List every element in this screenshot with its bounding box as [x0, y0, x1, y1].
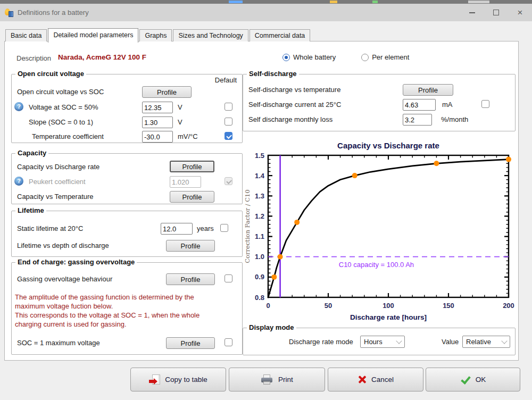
static-lifetime-label: Static lifetime at 20°C [17, 224, 83, 232]
gassing-behaviour-profile-button[interactable]: Profile [166, 273, 215, 285]
chevron-down-icon [396, 338, 402, 344]
close-icon: × [518, 8, 523, 17]
self-discharge-monthly-label: Self discharge monthly loss [248, 115, 332, 123]
window-title: Definitions for a battery [18, 9, 89, 16]
value-mode-label: Value [442, 338, 459, 346]
voltage-at-soc-label: Voltage at SOC = 50% [29, 103, 98, 111]
group-open-circuit-voltage: Open circuit voltage Default Open circui… [11, 74, 243, 143]
svg-text:1.2: 1.2 [255, 212, 264, 220]
soc-max-voltage-default-checkbox[interactable] [225, 338, 232, 346]
capacity-vs-discharge-profile-button[interactable]: Profile [170, 161, 214, 172]
group-display-mode: Display mode Discharge rate mode Hours V… [243, 328, 516, 355]
radio-per-element-label: Per element [372, 53, 409, 61]
battery-definitions-window: Definitions for a battery × Basic data D… [0, 0, 532, 400]
self-discharge-current-default-checkbox[interactable] [481, 100, 489, 108]
temp-coefficient-input[interactable] [142, 131, 173, 143]
battery-scope-radios: Whole battery Per element [282, 53, 409, 61]
gassing-behaviour-label: Gassing overvoltage behaviour [17, 275, 112, 283]
svg-text:0.8: 0.8 [255, 294, 264, 302]
ok-button[interactable]: OK [426, 368, 520, 391]
close-button[interactable]: × [508, 4, 532, 21]
artifact [468, 1, 489, 3]
title-bar: Definitions for a battery × [0, 4, 532, 21]
print-button[interactable]: Print [229, 368, 325, 391]
capacity-vs-temperature-profile-button[interactable]: Profile [170, 191, 214, 203]
discharge-rate-mode-label: Discharge rate mode [289, 338, 353, 346]
cancel-button[interactable]: Cancel [328, 368, 423, 391]
cancel-x-icon [358, 375, 367, 384]
slope-label: Slope (SOC = 0 to 1) [29, 118, 93, 126]
radio-per-element[interactable]: Per element [361, 53, 409, 61]
soc-max-voltage-profile-button[interactable]: Profile [166, 337, 215, 349]
discharge-rate-mode-select[interactable]: Hours [360, 336, 405, 348]
group-title: Self-discharge [247, 70, 299, 78]
tab-basic-data[interactable]: Basic data [5, 29, 47, 41]
svg-text:Discharge rate [hours]: Discharge rate [hours] [350, 313, 427, 321]
temp-coefficient-label: Temperature coefficient [32, 132, 104, 140]
tab-detailed-model-parameters[interactable]: Detailed model parameters [48, 28, 138, 43]
self-discharge-current-label: Self-discharge current at 25°C [248, 101, 341, 109]
static-lifetime-default-checkbox[interactable] [220, 224, 228, 232]
svg-text:Capacity vs Discharge rate: Capacity vs Discharge rate [337, 141, 439, 150]
ocv-vs-soc-profile-button[interactable]: Profile [142, 86, 192, 98]
self-discharge-current-input[interactable] [403, 99, 436, 111]
voltage-at-soc-input[interactable] [142, 102, 173, 113]
help-icon[interactable] [14, 177, 23, 186]
app-icon [5, 9, 13, 17]
artifact [330, 1, 337, 3]
artifact [229, 1, 243, 3]
radio-whole-battery-icon[interactable] [282, 54, 290, 61]
slope-default-checkbox[interactable] [225, 118, 232, 126]
static-lifetime-input[interactable] [161, 223, 193, 235]
svg-text:Correction Factor / C10: Correction Factor / C10 [244, 189, 251, 263]
radio-whole-battery[interactable]: Whole battery [282, 53, 336, 61]
tab-bar: Basic data Detailed model parameters Gra… [5, 28, 311, 41]
help-icon[interactable] [14, 102, 23, 111]
gassing-behaviour-default-checkbox[interactable] [225, 274, 232, 282]
value-mode-select[interactable]: Relative [462, 336, 510, 348]
peukert-default-checkbox [225, 177, 232, 185]
self-discharge-monthly-input[interactable] [403, 114, 432, 126]
static-lifetime-unit: years [197, 224, 214, 232]
self-discharge-current-unit: mA [442, 101, 453, 109]
temp-coefficient-unit: mV/°C [178, 132, 198, 140]
group-title: Display mode [247, 323, 296, 331]
lifetime-vs-dod-profile-button[interactable]: Profile [166, 240, 215, 252]
tab-commercial-data[interactable]: Commercial data [250, 29, 310, 41]
discharge-rate-mode-value: Hours [364, 338, 383, 346]
ok-label: OK [476, 376, 486, 384]
tab-graphs[interactable]: Graphs [139, 29, 172, 41]
tab-sizes-and-technology[interactable]: Sizes and Technology [173, 29, 248, 41]
slope-input[interactable] [142, 116, 173, 128]
group-title: Lifetime [15, 206, 46, 214]
printer-icon [261, 374, 273, 385]
group-self-discharge: Self-discharge Self-discharge vs tempera… [243, 74, 516, 131]
voltage-at-soc-default-checkbox[interactable] [225, 103, 232, 111]
group-title: Open circuit voltage [15, 70, 86, 78]
svg-text:0.9: 0.9 [255, 273, 264, 281]
peukert-coefficient-label: Peukert coefficient [29, 178, 86, 186]
group-capacity: Capacity Capacity vs Discharge rate Prof… [11, 153, 243, 204]
radio-per-element-icon[interactable] [361, 54, 369, 61]
temp-coefficient-default-checkbox[interactable] [225, 132, 232, 140]
copy-to-table-button[interactable]: Copy to table [130, 368, 226, 391]
self-discharge-vs-temp-profile-button[interactable]: Profile [403, 84, 453, 96]
capacity-vs-discharge-chart: Capacity vs Discharge rate0501001502000.… [243, 140, 517, 327]
soc-max-voltage-label: SOC = 1 maximum voltage [17, 339, 100, 347]
group-gassing-overvoltage: End of charge: gassing overvoltage Gassi… [11, 262, 243, 355]
svg-text:1.0: 1.0 [255, 253, 264, 261]
minimize-icon [469, 12, 475, 13]
capacity-chart: Capacity vs Discharge rate0501001502000.… [243, 140, 517, 327]
lifetime-vs-dod-label: Lifetime vs depth of discharge [17, 241, 109, 249]
ocv-vs-soc-label: Open circuit voltage vs SOC [17, 88, 104, 96]
default-column-header: Default [215, 76, 237, 84]
minimize-button[interactable] [460, 4, 484, 21]
group-lifetime: Lifetime Static lifetime at 20°C years L… [11, 211, 243, 257]
artifact [372, 1, 378, 3]
print-label: Print [278, 376, 293, 384]
maximize-button[interactable] [484, 4, 508, 21]
self-discharge-monthly-unit: %/month [441, 115, 468, 123]
description-label: Description [16, 54, 51, 62]
cancel-label: Cancel [371, 376, 394, 384]
capacity-vs-temperature-label: Capacity vs Temperature [17, 193, 94, 201]
